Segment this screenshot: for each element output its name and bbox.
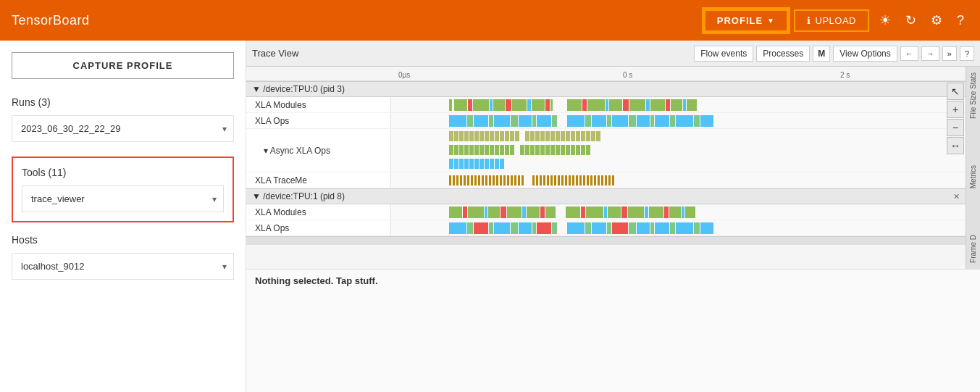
file-size-stats-label[interactable]: File Size Stats (969, 67, 977, 125)
runs-select-wrap: 2023_06_30_22_22_29 ▾ (12, 115, 234, 142)
app-header: TensorBoard PROFILE ▼ ℹ UPLOAD ☀ ↻ ⚙ ? (0, 0, 980, 41)
xla-ops-bars[interactable] (391, 113, 966, 128)
xla-modules-2-label: XLA Modules (246, 204, 391, 220)
view-options-button[interactable]: View Options (833, 46, 897, 62)
hosts-section-title: Hosts (12, 234, 234, 246)
nav-right-button[interactable]: → (921, 46, 939, 61)
tools-select[interactable]: trace_viewer (22, 185, 224, 212)
nav-help-button[interactable]: ? (960, 46, 974, 61)
refresh-button[interactable]: ↻ (901, 9, 921, 31)
xla-traceme-bars[interactable] (391, 172, 966, 188)
xla-modules-2-bars[interactable] (391, 204, 966, 220)
tpu1-header-label: ▼ /device:TPU:1 (pid 8) (252, 191, 345, 201)
profile-button[interactable]: PROFILE ▼ (704, 9, 788, 32)
trace-view-title: Trace View (252, 48, 691, 59)
table-row: XLA Ops (246, 113, 966, 129)
settings-button[interactable]: ⚙ (926, 9, 947, 31)
tpu0-header-label: ▼ /device:TPU:0 (pid 3) (252, 84, 345, 94)
nav-more-button[interactable]: » (942, 46, 957, 61)
header-right: PROFILE ▼ ℹ UPLOAD ☀ ↻ ⚙ ? (704, 9, 968, 32)
xla-ops-label: XLA Ops (246, 113, 391, 128)
processes-button[interactable]: Processes (756, 46, 810, 62)
metrics-label[interactable]: Metrics (969, 159, 977, 194)
trace-toolbar: Trace View Flow events Processes M View … (246, 41, 980, 67)
zoom-controls: ↖ + − ↔ (947, 83, 964, 154)
nothing-selected-text: Nothing selected. Tap stuff. (255, 275, 378, 286)
tools-section-title: Tools (11) (22, 167, 224, 178)
selection-panel: Nothing selected. Tap stuff. (246, 269, 980, 392)
table-row: XLA Modules (246, 204, 966, 220)
main-layout: CAPTURE PROFILE Runs (3) 2023_06_30_22_2… (0, 41, 980, 392)
tpu1-section-header: ▼ /device:TPU:1 (pid 8) ✕ (246, 188, 966, 204)
capture-profile-button[interactable]: CAPTURE PROFILE (12, 52, 234, 79)
info-icon: ℹ (807, 15, 811, 26)
xla-modules-label: XLA Modules (246, 97, 391, 112)
profile-label: PROFILE (717, 15, 763, 26)
hosts-select[interactable]: localhost_9012 (12, 253, 234, 280)
xla-ops-2-label: XLA Ops (246, 220, 391, 235)
m-button[interactable]: M (813, 46, 830, 62)
cursor-tool-button[interactable]: ↖ (947, 83, 964, 100)
sidebar: CAPTURE PROFILE Runs (3) 2023_06_30_22_2… (0, 41, 246, 392)
tpu1-close-icon[interactable]: ✕ (953, 192, 960, 201)
ruler-label-1: 0 s (623, 71, 632, 79)
async-xla-ops-label: ▾ Async XLA Ops (246, 129, 391, 172)
ruler-label-2: 2 s (840, 71, 850, 79)
table-row: ▾ Async XLA Ops (246, 129, 966, 172)
xla-traceme-label: XLA TraceMe (246, 172, 391, 188)
upload-button[interactable]: ℹ UPLOAD (794, 9, 869, 32)
zoom-fit-button[interactable]: ↔ (947, 137, 964, 154)
xla-ops-2-bars[interactable] (391, 220, 966, 235)
right-panel: Trace View Flow events Processes M View … (246, 41, 980, 392)
right-sidebar: File Size Stats Metrics Frame D (966, 67, 980, 269)
nav-left-button[interactable]: ← (900, 46, 918, 61)
zoom-out-button[interactable]: − (947, 119, 964, 136)
table-row: XLA Ops (246, 220, 966, 236)
flow-events-button[interactable]: Flow events (694, 46, 753, 62)
xla-modules-bars[interactable] (391, 97, 966, 112)
trace-scrollbar[interactable] (246, 236, 966, 245)
upload-label: UPLOAD (816, 15, 856, 26)
hosts-select-wrap: localhost_9012 ▾ (12, 253, 234, 280)
runs-select[interactable]: 2023_06_30_22_22_29 (12, 115, 234, 142)
runs-section-title: Runs (3) (12, 96, 234, 108)
tools-section: Tools (11) trace_viewer ▾ (12, 157, 234, 222)
table-row: XLA Modules (246, 97, 966, 113)
timeline-ruler: 0μs 0 s 2 s 4 s (246, 67, 966, 81)
profile-dropdown-arrow: ▼ (767, 17, 775, 25)
ruler-label-0: 0μs (398, 71, 410, 79)
theme-toggle-button[interactable]: ☀ (875, 9, 895, 31)
tpu0-section-header: ▼ /device:TPU:0 (pid 3) ✕ (246, 81, 966, 97)
trace-content: 0μs 0 s 2 s 4 s ▼ /device:TPU:0 (pid 3) … (246, 67, 966, 269)
trace-main: 0μs 0 s 2 s 4 s ▼ /device:TPU:0 (pid 3) … (246, 67, 980, 269)
app-title: TensorBoard (12, 13, 90, 28)
frame-d-label[interactable]: Frame D (969, 229, 977, 269)
zoom-in-button[interactable]: + (947, 101, 964, 118)
async-xla-ops-bars[interactable] (391, 129, 966, 172)
tools-select-wrap: trace_viewer ▾ (22, 185, 224, 212)
table-row: XLA TraceMe (246, 172, 966, 188)
help-button[interactable]: ? (952, 10, 968, 31)
